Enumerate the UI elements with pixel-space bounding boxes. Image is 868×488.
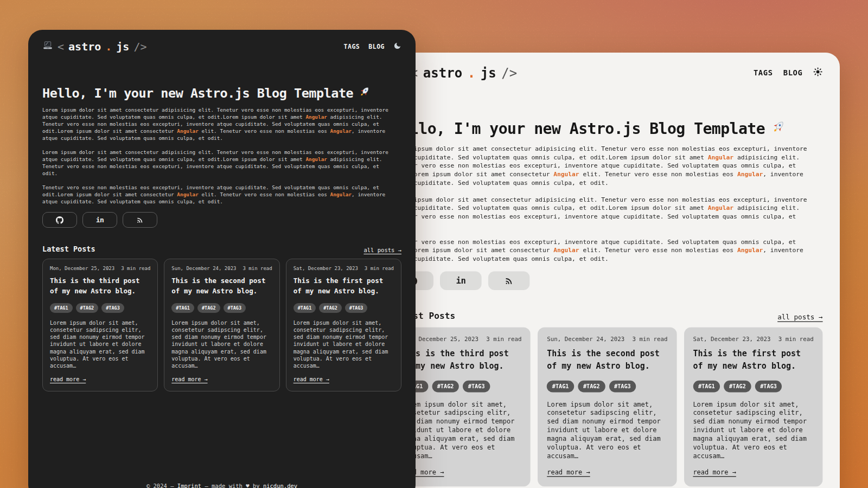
- linkedin-button[interactable]: in: [440, 271, 482, 290]
- logo-dot: .: [105, 40, 112, 53]
- tag-pill[interactable]: #TAG3: [101, 303, 124, 313]
- logo-dot: .: [468, 65, 475, 81]
- post-excerpt: Lorem ipsum dolor sit amet, consetetur s…: [293, 319, 394, 370]
- tag-pill[interactable]: #TAG2: [76, 303, 99, 313]
- post-title-link[interactable]: This is the second post of my new Astro …: [171, 276, 272, 297]
- angular-link[interactable]: Angular: [305, 114, 327, 120]
- hero-title: Hello, I'm your new Astro.js Blog Templa…: [392, 120, 822, 138]
- logo-link[interactable]: <astro.js/>: [42, 40, 147, 53]
- tag-pill[interactable]: #TAG1: [293, 303, 316, 313]
- angular-link[interactable]: Angular: [708, 204, 733, 211]
- angular-link[interactable]: Angular: [737, 247, 763, 254]
- tag-pill[interactable]: #TAG2: [432, 380, 459, 392]
- nav-tags-link[interactable]: TAGS: [754, 68, 773, 78]
- rss-button[interactable]: [123, 212, 157, 228]
- imprint-link[interactable]: Imprint: [177, 483, 201, 488]
- blog-page: <astro.js/> TAGS BLOG: [28, 30, 416, 488]
- moon-icon: [393, 42, 401, 52]
- post-date: Mon, December 25, 2023: [50, 266, 114, 271]
- site-footer: © 2024 — Imprint — made with ♥ by nicdun…: [42, 483, 401, 488]
- post-excerpt: Lorem ipsum dolor sit amet, consetetur s…: [547, 400, 667, 460]
- tag-pill[interactable]: #TAG2: [197, 303, 220, 313]
- post-card: Sat, December 23, 2023 3 min read This i…: [286, 259, 401, 391]
- github-button[interactable]: [42, 212, 77, 228]
- post-title-link[interactable]: This is the third post of my new Astro b…: [401, 348, 521, 373]
- tag-pill[interactable]: #TAG1: [693, 380, 720, 392]
- post-read-time: 3 min read: [121, 266, 150, 271]
- post-excerpt: Lorem ipsum dolor sit amet, consetetur s…: [693, 400, 813, 460]
- tag-pill[interactable]: #TAG3: [224, 303, 246, 313]
- logo-suffix: js: [481, 65, 496, 81]
- read-more-link[interactable]: read more →: [547, 468, 590, 475]
- nav-blog-link[interactable]: BLOG: [368, 43, 385, 50]
- tag-pill[interactable]: #TAG1: [547, 380, 574, 392]
- site-link[interactable]: nicdun.dev: [263, 483, 297, 488]
- blog-page: <astro.js/> TAGS BLOG: [375, 53, 840, 488]
- tag-pill[interactable]: #TAG3: [463, 380, 490, 392]
- linkedin-icon: in: [96, 216, 104, 224]
- tag-pill[interactable]: #TAG2: [319, 303, 342, 313]
- angular-link[interactable]: Angular: [708, 153, 733, 160]
- rss-button[interactable]: [488, 271, 530, 290]
- angular-link[interactable]: Angular: [305, 156, 327, 162]
- all-posts-link[interactable]: all posts →: [777, 313, 822, 320]
- post-read-time: 3 min read: [242, 266, 272, 271]
- read-more-link[interactable]: read more →: [171, 376, 207, 382]
- angular-link[interactable]: Angular: [553, 170, 579, 177]
- post-excerpt: Lorem ipsum dolor sit amet, consetetur s…: [50, 319, 150, 370]
- footer-copyright: © 2024 —: [146, 483, 177, 488]
- post-date: Sat, December 23, 2023: [293, 266, 358, 271]
- intro-paragraph-2: Lorem ipsum dolor sit amet consectetur a…: [42, 149, 394, 177]
- social-links: in: [392, 271, 822, 290]
- text-segment: elit. Tenetur vero esse non molestias eo…: [579, 247, 737, 254]
- post-title-link[interactable]: This is the first post of my new Astro b…: [293, 276, 394, 297]
- tag-pill[interactable]: #TAG3: [609, 380, 636, 392]
- post-card: Mon, December 25, 2023 3 min read This i…: [42, 259, 158, 391]
- tag-pill[interactable]: #TAG3: [755, 380, 782, 392]
- all-posts-link[interactable]: all posts →: [363, 247, 401, 253]
- post-card: Sat, December 23, 2023 3 min read This i…: [684, 327, 823, 486]
- read-more-link[interactable]: read more →: [293, 376, 329, 382]
- rocket-icon: [771, 120, 786, 138]
- tag-pill[interactable]: #TAG2: [724, 380, 751, 392]
- nav-tags-link[interactable]: TAGS: [344, 43, 360, 50]
- text-segment: elit. Tenetur vero esse non molestias eo…: [199, 191, 330, 197]
- linkedin-button[interactable]: in: [82, 212, 117, 228]
- text-segment: elit. Tenetur vero esse non molestias eo…: [199, 128, 330, 134]
- post-excerpt: Lorem ipsum dolor sit amet, consetetur s…: [401, 400, 521, 460]
- tag-pill[interactable]: #TAG2: [578, 380, 605, 392]
- tag-pill[interactable]: #TAG3: [345, 303, 368, 313]
- theme-toggle-button[interactable]: [813, 67, 823, 79]
- nav-blog-link[interactable]: BLOG: [783, 68, 803, 78]
- rss-icon: [505, 276, 514, 285]
- post-card: Sun, December 24, 2023 3 min read This i…: [164, 259, 279, 391]
- angular-link[interactable]: Angular: [177, 191, 199, 197]
- angular-link[interactable]: Angular: [330, 191, 352, 197]
- linkedin-icon: in: [456, 276, 466, 286]
- logo-bracket-close: />: [501, 65, 517, 81]
- post-title-link[interactable]: This is the third post of my new Astro b…: [50, 276, 150, 297]
- angular-link[interactable]: Angular: [553, 247, 579, 254]
- blog-window-light-theme: <astro.js/> TAGS BLOG: [375, 53, 840, 488]
- tag-pill[interactable]: #TAG1: [50, 303, 73, 313]
- logo-bracket-open: <: [58, 40, 64, 53]
- logo-name: astro: [423, 65, 462, 81]
- angular-link[interactable]: Angular: [737, 170, 763, 177]
- post-date: Sun, December 24, 2023: [171, 266, 236, 271]
- main-nav: TAGS BLOG: [344, 42, 401, 52]
- post-title-link[interactable]: This is the first post of my new Astro b…: [693, 348, 813, 373]
- intro-paragraph-3: Tenetur vero esse non molestias eos exce…: [42, 184, 394, 205]
- tag-pill[interactable]: #TAG1: [171, 303, 194, 313]
- angular-link[interactable]: Angular: [177, 128, 199, 134]
- social-links: in: [42, 212, 401, 228]
- theme-toggle-button[interactable]: [393, 42, 401, 52]
- latest-posts-header: Latest Posts all posts →: [392, 310, 822, 320]
- footer-made-with: — made with ♥ by: [201, 483, 263, 488]
- post-title-link[interactable]: This is the second post of my new Astro …: [547, 348, 667, 373]
- logo-bracket-close: />: [133, 40, 146, 53]
- angular-link[interactable]: Angular: [330, 128, 352, 134]
- logo-name: astro: [68, 40, 101, 53]
- read-more-link[interactable]: read more →: [50, 376, 86, 382]
- post-grid: Mon, December 25, 2023 3 min read This i…: [42, 259, 401, 391]
- read-more-link[interactable]: read more →: [693, 468, 736, 475]
